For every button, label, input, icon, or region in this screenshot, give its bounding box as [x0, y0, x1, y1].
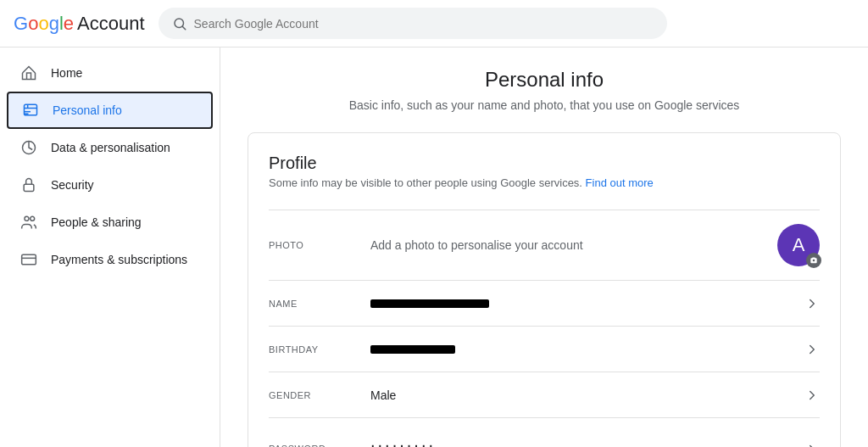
name-label: NAME: [269, 299, 370, 309]
google-account-logo: Google Account: [14, 13, 145, 35]
search-bar: [159, 8, 667, 39]
sidebar-item-payments-label: Payments & subscriptions: [51, 253, 187, 266]
people-icon: [20, 214, 37, 231]
birthday-redacted: [370, 345, 455, 354]
gender-value: Male: [370, 388, 804, 402]
page-subtitle: Basic info, such as your name and photo,…: [248, 98, 841, 112]
main-content: Personal info Basic info, such as your n…: [220, 47, 868, 447]
name-redacted: [370, 299, 489, 308]
svg-line-1: [182, 27, 185, 30]
sidebar-item-home-label: Home: [51, 66, 82, 80]
svg-point-9: [25, 216, 29, 221]
profile-card: Profile Some info may be visible to othe…: [248, 132, 841, 447]
password-label: PASSWORD: [269, 444, 370, 447]
account-wordmark: Account: [77, 13, 145, 35]
person-icon: [22, 102, 39, 119]
birthday-value: [370, 343, 804, 356]
photo-row[interactable]: PHOTO Add a photo to personalise your ac…: [269, 210, 820, 280]
sidebar-item-people-label: People & sharing: [51, 215, 142, 229]
search-input[interactable]: [194, 17, 654, 31]
gender-label: GENDER: [269, 390, 370, 400]
app-header: Google Account: [0, 0, 868, 47]
svg-rect-11: [22, 254, 36, 265]
birthday-row[interactable]: BIRTHDAY: [269, 326, 820, 372]
data-icon: [20, 139, 37, 156]
lock-icon: [20, 176, 37, 193]
password-dots: .........: [370, 432, 436, 447]
sidebar-item-payments[interactable]: Payments & subscriptions: [0, 241, 213, 278]
sidebar-item-people[interactable]: People & sharing: [0, 204, 213, 241]
app-layout: Home Personal info Data &: [0, 47, 868, 447]
sidebar-item-data-label: Data & personalisation: [51, 141, 170, 154]
gender-chevron-icon: [804, 386, 820, 404]
sidebar-item-personal-info[interactable]: Personal info: [7, 92, 213, 129]
svg-point-0: [175, 19, 184, 28]
svg-point-10: [31, 216, 35, 221]
avatar-letter: A: [793, 234, 805, 256]
password-row[interactable]: PASSWORD ......... Last changed 25 Sep 2…: [269, 417, 820, 447]
svg-rect-8: [24, 184, 34, 191]
profile-card-desc: Some info may be visible to other people…: [269, 176, 820, 189]
sidebar-item-personal-info-label: Personal info: [53, 103, 122, 117]
home-icon: [20, 64, 37, 81]
credit-card-icon: [20, 251, 37, 268]
name-row[interactable]: NAME: [269, 280, 820, 326]
sidebar-item-security[interactable]: Security: [0, 166, 213, 204]
sidebar: Home Personal info Data &: [0, 47, 220, 447]
sidebar-item-security-label: Security: [51, 178, 94, 192]
birthday-chevron-icon: [804, 340, 820, 358]
find-out-more-link[interactable]: Find out more: [586, 176, 654, 189]
photo-label: PHOTO: [269, 240, 370, 250]
birthday-label: BIRTHDAY: [269, 344, 370, 355]
profile-card-title: Profile: [269, 154, 820, 173]
name-value: [370, 297, 804, 310]
password-chevron-icon: [804, 440, 820, 448]
page-title: Personal info: [248, 68, 841, 92]
name-chevron-icon: [804, 294, 820, 312]
google-wordmark: Google: [14, 13, 74, 35]
photo-value: Add a photo to personalise your account: [370, 238, 777, 252]
password-value: ......... Last changed 25 Sep 2014: [370, 432, 804, 447]
gender-row[interactable]: GENDER Male: [269, 372, 820, 417]
avatar[interactable]: A: [777, 224, 820, 266]
sidebar-item-home[interactable]: Home: [0, 54, 213, 92]
sidebar-item-data[interactable]: Data & personalisation: [0, 129, 213, 166]
search-icon: [172, 14, 187, 32]
camera-icon: [806, 253, 821, 268]
